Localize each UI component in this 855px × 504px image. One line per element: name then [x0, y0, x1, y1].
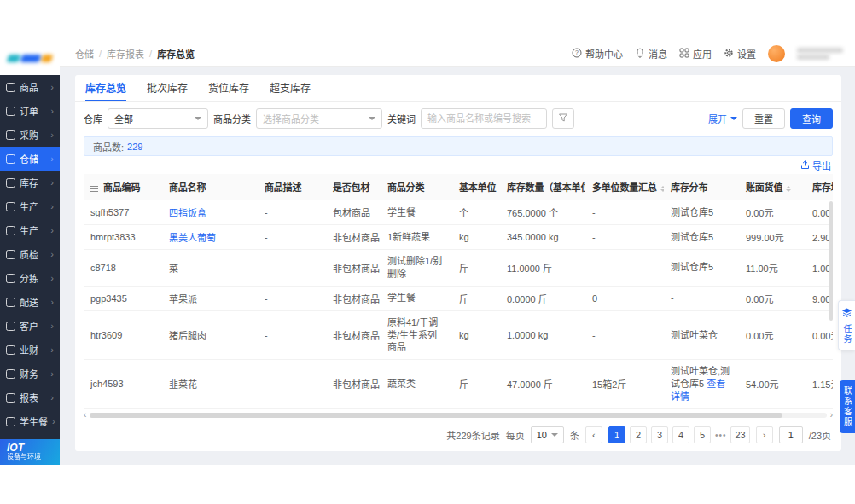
page-jump-input[interactable]: [779, 426, 803, 443]
warehouse-select[interactable]: 全部: [108, 108, 208, 129]
cell-packaging: 非包材商品: [326, 310, 381, 360]
scroll-right-arrow[interactable]: ›: [830, 411, 833, 420]
customer-service-float-button[interactable]: 联系客服: [840, 380, 855, 433]
page-button-1[interactable]: 1: [608, 426, 625, 443]
tab-3[interactable]: 超支库存: [270, 75, 311, 101]
product-count-banner: 商品数: 229: [84, 136, 833, 156]
scroll-left-arrow[interactable]: ‹: [84, 411, 86, 420]
page-button-3[interactable]: 3: [651, 426, 668, 443]
product-name-link[interactable]: 四指饭盒: [169, 208, 206, 218]
sort-icon[interactable]: [786, 186, 791, 192]
keyword-input[interactable]: [421, 108, 547, 129]
sidebar-item-0[interactable]: 商品›: [0, 75, 60, 99]
horizontal-scrollbar[interactable]: [90, 413, 826, 418]
cell-code: pgp3435: [84, 286, 162, 310]
sidebar-item-13[interactable]: 报表›: [0, 385, 60, 409]
sidebar-item-1[interactable]: 订单›: [0, 99, 60, 123]
prev-page-button[interactable]: ‹: [585, 426, 602, 443]
column-header-7[interactable]: 多单位数量汇总: [585, 174, 664, 200]
cell-desc: -: [258, 286, 326, 310]
cell-name: 黄灯笼椒: [162, 408, 258, 410]
view-details-link[interactable]: 查看详情: [671, 379, 725, 402]
tab-0[interactable]: 库存总览: [85, 75, 126, 101]
cell-multi: -: [585, 250, 664, 287]
company-logo: [8, 55, 52, 62]
cell-desc: -: [258, 408, 326, 410]
page-size-select[interactable]: 10: [531, 426, 564, 443]
column-header-10[interactable]: 库存均价: [806, 174, 833, 200]
avatar[interactable]: [768, 45, 785, 62]
page-button-5[interactable]: 5: [694, 426, 711, 443]
sidebar-item-10[interactable]: 客户›: [0, 314, 60, 338]
cell-category: 学生餐: [381, 286, 452, 310]
app-logo[interactable]: [0, 41, 60, 75]
page-button-23[interactable]: 23: [730, 426, 749, 443]
sidebar-item-8[interactable]: 分拣›: [0, 266, 60, 290]
column-header-6[interactable]: 库存数量（基本单位）: [500, 174, 585, 200]
cell-qty: 47.0000 斤: [500, 360, 585, 409]
cell-name: 韭菜花: [162, 360, 258, 409]
iot-panel[interactable]: IOT 设备与环境: [0, 439, 60, 465]
help-center-button[interactable]: ? 帮助中心: [572, 47, 623, 61]
page-button-4[interactable]: 4: [672, 426, 689, 443]
search-button[interactable]: 查询: [790, 108, 833, 129]
cell-category: 原料41/干调类/生生系列商品: [381, 310, 452, 360]
pager-ellipsis[interactable]: •••: [715, 431, 727, 440]
category-select[interactable]: 选择商品分类: [256, 108, 382, 129]
breadcrumb-item-1[interactable]: 库存报表: [107, 47, 144, 61]
messages-button[interactable]: 消息: [635, 47, 667, 61]
page-button-2[interactable]: 2: [630, 426, 647, 443]
vertical-scrollbar-thumb[interactable]: [829, 201, 833, 321]
column-header-9[interactable]: 账面货值: [739, 174, 806, 200]
column-header-0: 商品编码: [84, 174, 162, 200]
sidebar-item-11[interactable]: 业财›: [0, 338, 60, 362]
cell-desc: -: [258, 360, 326, 409]
export-row: 导出: [75, 156, 841, 174]
cell-value: 0.00元: [739, 408, 806, 410]
cell-packaging: 包材商品: [326, 200, 381, 225]
reset-button[interactable]: 重置: [742, 108, 785, 129]
sidebar-item-6[interactable]: 生产›: [0, 218, 60, 242]
cell-unit: 斤: [452, 360, 500, 409]
sort-icon[interactable]: [660, 186, 664, 192]
column-header-3: 是否包材: [326, 174, 381, 200]
tasks-float-button[interactable]: 任务: [838, 300, 855, 350]
production-icon: [6, 202, 15, 211]
horizontal-scrollbar-thumb[interactable]: [90, 413, 782, 418]
breadcrumb-separator: /: [149, 49, 152, 59]
sidebar-item-label: 学生餐: [20, 414, 48, 428]
pagination: 共229条记录 每页 10 条 ‹ 12345•••23 › /23页: [75, 420, 841, 451]
sidebar-item-7[interactable]: 质检›: [0, 242, 60, 266]
chevron-right-icon: ›: [50, 274, 54, 283]
expand-toggle[interactable]: 展开: [708, 112, 737, 125]
sidebar-item-label: 配送: [20, 295, 38, 309]
sorting-icon: [6, 274, 15, 283]
breadcrumb-item-0[interactable]: 仓储: [75, 47, 94, 61]
hscroll-row: ‹ ›: [84, 410, 833, 420]
export-button[interactable]: 导出: [800, 159, 831, 172]
tab-2[interactable]: 货位库存: [208, 75, 249, 101]
user-name[interactable]: [797, 48, 843, 60]
settings-button[interactable]: 设置: [724, 47, 756, 61]
filter-funnel-button[interactable]: [552, 108, 574, 129]
next-page-button[interactable]: ›: [756, 426, 773, 443]
top-bar: 仓储/库存报表/库存总览 ? 帮助中心 消息 应用 设置: [60, 41, 855, 67]
apps-button[interactable]: 应用: [679, 47, 712, 61]
vertical-scrollbar[interactable]: [829, 201, 833, 407]
sidebar-item-9[interactable]: 配送›: [0, 290, 60, 314]
chevron-right-icon: ›: [50, 202, 54, 211]
tab-1[interactable]: 批次库存: [147, 75, 188, 101]
cell-value: 999.00元: [739, 225, 806, 250]
sidebar-item-4[interactable]: 库存›: [0, 171, 60, 194]
product-name-link[interactable]: 黑美人葡萄: [169, 233, 216, 243]
cell-dist: 测试仓库5: [664, 225, 739, 250]
student-meal-icon: [6, 417, 15, 426]
cell-desc: -: [258, 250, 326, 287]
sidebar-item-2[interactable]: 采购›: [0, 123, 60, 147]
sidebar-item-12[interactable]: 财务›: [0, 362, 60, 385]
sidebar-item-3[interactable]: 仓储›: [0, 147, 60, 171]
sidebar-item-5[interactable]: 生产›: [0, 194, 60, 218]
table-row: sgfh5377四指饭盒-包材商品学生餐个765.0000 个-测试仓库50.0…: [84, 200, 833, 225]
sidebar-item-14[interactable]: 学生餐›: [0, 409, 60, 433]
column-settings-icon[interactable]: [90, 186, 98, 192]
